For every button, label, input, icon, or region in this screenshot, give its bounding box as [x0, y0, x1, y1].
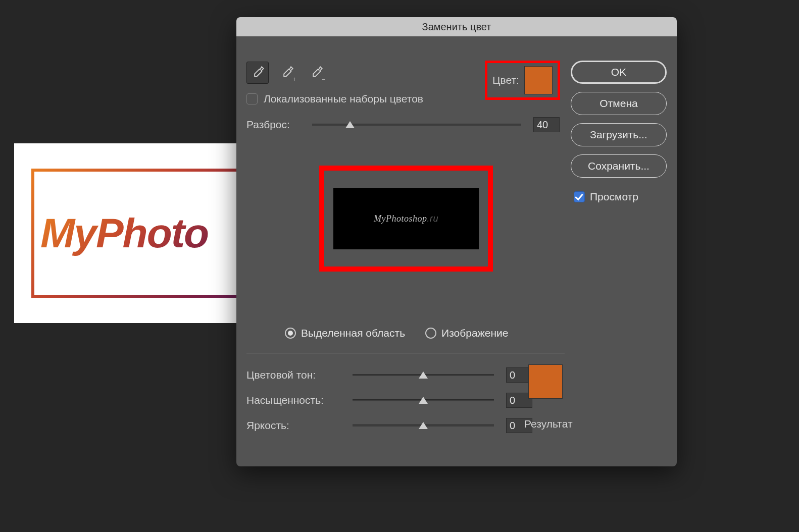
preview-checkbox[interactable] — [574, 191, 585, 202]
hue-slider[interactable] — [353, 374, 494, 376]
minus-badge: − — [322, 76, 325, 83]
divider — [246, 353, 565, 354]
eyedropper-tool[interactable] — [246, 62, 269, 84]
lightness-row: Яркость: — [246, 418, 532, 433]
ok-button[interactable]: OK — [571, 61, 667, 84]
selection-preview-image: MyPhotoshop.ru — [333, 188, 479, 249]
slider-thumb-icon — [419, 397, 428, 404]
saturation-label: Насыщенность: — [246, 394, 340, 406]
fuzziness-row: Разброс: — [246, 117, 560, 132]
eyedropper-add-icon — [280, 66, 294, 80]
fuzziness-label: Разброс: — [246, 119, 300, 131]
preview-text: MyPhotoshop.ru — [374, 214, 438, 224]
load-button[interactable]: Загрузить... — [571, 123, 667, 146]
eyedropper-subtract-tool[interactable]: − — [305, 62, 327, 84]
saturation-slider[interactable] — [353, 399, 494, 401]
result-label: Результат — [524, 418, 573, 430]
eyedropper-add-tool[interactable]: + — [276, 62, 298, 84]
plus-badge: + — [292, 76, 296, 83]
fuzziness-slider[interactable] — [312, 124, 521, 126]
eyedropper-subtract-icon — [309, 66, 323, 80]
localized-clusters-row: Локализованные наборы цветов — [246, 93, 423, 105]
fuzziness-value[interactable] — [533, 117, 560, 132]
selection-radio-label[interactable]: Выделенная область — [285, 327, 405, 339]
hue-label: Цветовой тон: — [246, 369, 340, 381]
preview-checkbox-row: Просмотр — [571, 191, 667, 203]
image-radio-label[interactable]: Изображение — [425, 327, 508, 339]
selection-preview[interactable]: MyPhotoshop.ru — [319, 166, 493, 272]
sampled-color-row: Цвет: — [485, 61, 560, 100]
dialog-title: Заменить цвет — [236, 17, 677, 36]
dialog-button-column: OK Отмена Загрузить... Сохранить... Прос… — [571, 61, 667, 203]
preview-checkbox-label: Просмотр — [590, 191, 638, 203]
color-label: Цвет: — [492, 74, 519, 86]
save-button[interactable]: Сохранить... — [571, 154, 667, 178]
selection-radio[interactable] — [285, 328, 296, 339]
sampled-color-swatch[interactable] — [524, 66, 553, 94]
eyedropper-group: + − — [246, 62, 327, 84]
hue-row: Цветовой тон: — [246, 367, 532, 383]
slider-thumb-icon — [345, 121, 355, 128]
preview-mode-group: Выделенная область Изображение — [285, 327, 508, 339]
canvas-text: MyPhoto — [40, 209, 208, 257]
eyedropper-icon — [251, 66, 265, 80]
cancel-button[interactable]: Отмена — [571, 92, 667, 115]
image-radio[interactable] — [425, 328, 436, 339]
lightness-slider[interactable] — [353, 424, 494, 427]
slider-thumb-icon — [419, 371, 428, 379]
result-swatch[interactable] — [528, 364, 563, 399]
localized-clusters-checkbox[interactable] — [246, 93, 258, 104]
localized-clusters-label: Локализованные наборы цветов — [264, 93, 423, 105]
replace-color-dialog: Заменить цвет + − Локализованные наборы … — [236, 17, 677, 466]
saturation-row: Насыщенность: — [246, 393, 532, 408]
lightness-label: Яркость: — [246, 419, 340, 432]
slider-thumb-icon — [419, 422, 428, 429]
